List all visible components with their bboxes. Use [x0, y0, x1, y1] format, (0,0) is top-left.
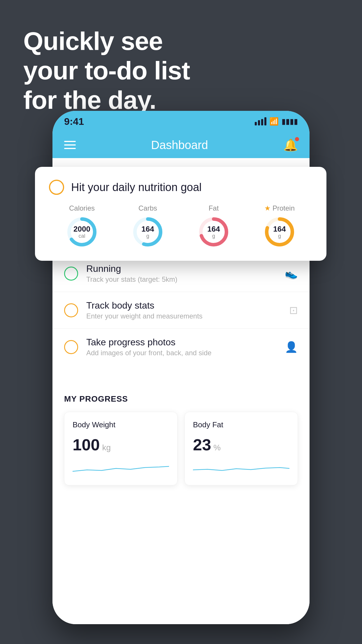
signal-icon: [255, 117, 266, 125]
shoe-icon: 👟: [285, 267, 298, 280]
todo-subtitle-bodystats: Enter your weight and measurements: [86, 312, 281, 320]
body-weight-value-row: 100 kg: [73, 435, 169, 454]
protein-donut: 164 g: [263, 216, 296, 248]
body-weight-chart: [73, 461, 169, 476]
todo-title-running: Running: [86, 263, 277, 274]
nutrition-protein: ★ Protein 164 g: [263, 204, 296, 248]
calories-value: 2000: [73, 225, 90, 233]
todo-subtitle-running: Track your stats (target: 5km): [86, 275, 277, 284]
calories-label: Calories: [69, 204, 95, 212]
card-title-row: Hit your daily nutrition goal: [49, 180, 312, 195]
progress-section: MY PROGRESS Body Weight 100 kg Body Fat …: [52, 383, 310, 491]
bell-icon[interactable]: 🔔: [283, 138, 298, 152]
status-icons: 📶 ▮▮▮▮: [255, 117, 298, 126]
calories-donut: 2000 cal: [66, 216, 98, 248]
nutrition-card-title: Hit your daily nutrition goal: [71, 181, 202, 194]
todo-text-photos: Take progress photos Add images of your …: [86, 337, 277, 357]
body-fat-value-row: 23 %: [193, 435, 289, 454]
notification-dot: [295, 137, 299, 141]
todo-item-photos[interactable]: Take progress photos Add images of your …: [52, 328, 310, 365]
todo-checkbox-running[interactable]: [64, 267, 78, 281]
body-fat-chart: [193, 461, 289, 476]
carbs-unit: g: [141, 233, 154, 239]
status-bar: 9:41 📶 ▮▮▮▮: [52, 111, 310, 132]
person-icon: 👤: [285, 341, 298, 353]
todo-title-bodystats: Track body stats: [86, 300, 281, 311]
nutrition-row: Calories 2000 cal Carbs: [49, 204, 312, 248]
body-weight-value: 100: [73, 435, 100, 454]
nutrition-fat: Fat 164 g: [198, 204, 230, 248]
body-weight-title: Body Weight: [73, 420, 169, 429]
star-icon: ★: [264, 204, 271, 212]
todo-text-running: Running Track your stats (target: 5km): [86, 263, 277, 284]
wifi-icon: 📶: [269, 117, 279, 126]
todo-checkbox-photos[interactable]: [64, 340, 78, 354]
nav-bar: Dashboard 🔔: [52, 132, 310, 158]
fat-value: 164: [207, 225, 220, 233]
protein-unit: g: [273, 233, 286, 239]
carbs-donut: 164 g: [132, 216, 164, 248]
body-weight-unit: kg: [102, 443, 111, 452]
scale-icon: ⊡: [289, 304, 298, 316]
carbs-value: 164: [141, 225, 154, 233]
todo-checkbox-bodystats[interactable]: [64, 303, 78, 317]
nutrition-card: Hit your daily nutrition goal Calories 2…: [35, 167, 326, 261]
protein-value: 164: [273, 225, 286, 233]
todo-text-bodystats: Track body stats Enter your weight and m…: [86, 300, 281, 320]
todo-title-photos: Take progress photos: [86, 337, 277, 348]
carbs-label: Carbs: [138, 204, 157, 212]
fat-unit: g: [207, 233, 220, 239]
nutrition-carbs: Carbs 164 g: [132, 204, 164, 248]
nutrition-checkbox[interactable]: [49, 180, 64, 195]
status-time: 9:41: [64, 116, 84, 127]
progress-header: MY PROGRESS: [64, 394, 298, 404]
todo-item-bodystats[interactable]: Track body stats Enter your weight and m…: [52, 292, 310, 328]
todo-list: Running Track your stats (target: 5km) 👟…: [52, 255, 310, 365]
progress-cards: Body Weight 100 kg Body Fat 23 %: [64, 412, 298, 485]
hero-text: Quickly see your to-do list for the day.: [23, 26, 190, 115]
body-weight-card[interactable]: Body Weight 100 kg: [64, 412, 178, 485]
protein-label: ★ Protein: [264, 204, 295, 212]
body-fat-unit: %: [213, 443, 221, 452]
body-fat-value: 23: [193, 435, 211, 454]
nav-title: Dashboard: [151, 139, 208, 152]
body-fat-title: Body Fat: [193, 420, 289, 429]
fat-donut: 164 g: [198, 216, 230, 248]
calories-unit: cal: [73, 233, 90, 239]
menu-icon[interactable]: [64, 141, 76, 149]
body-fat-card[interactable]: Body Fat 23 %: [184, 412, 298, 485]
battery-icon: ▮▮▮▮: [282, 117, 298, 126]
todo-subtitle-photos: Add images of your front, back, and side: [86, 349, 277, 357]
nutrition-calories: Calories 2000 cal: [66, 204, 98, 248]
fat-label: Fat: [209, 204, 219, 212]
